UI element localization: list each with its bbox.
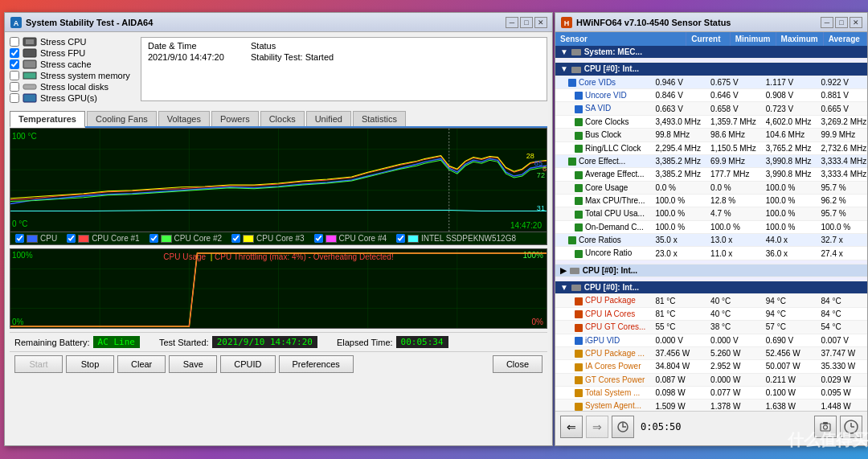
tab-unified[interactable]: Unified (306, 111, 351, 126)
sensor-current: 35.0 x (650, 234, 706, 247)
stress-cache-checkbox[interactable] (10, 59, 19, 69)
expand-icon[interactable]: ▼ (560, 283, 571, 292)
start-button[interactable]: Start (14, 355, 63, 373)
sensor-maximum: 3,990.8 MHz (761, 154, 817, 167)
nav-back-button[interactable]: ⇐ (560, 416, 583, 438)
section-label: CPU [#0]: Int... (584, 283, 639, 292)
svg-rect-57 (575, 363, 583, 371)
table-header-row: Sensor Current Minimum Maximum Average (555, 32, 867, 46)
svg-rect-55 (575, 337, 583, 345)
minimize-button[interactable]: ─ (506, 17, 518, 28)
sensor-average: 1.448 W (817, 400, 868, 411)
sensor-minimum: 0.077 W (706, 386, 761, 399)
table-row: SA VID 0.663 V 0.658 V 0.723 V 0.665 V (555, 102, 867, 115)
sensor-minimum: 2.952 W (706, 360, 761, 373)
section-label: System: MEC... (584, 47, 642, 56)
table-row: Core VIDs 0.946 V 0.675 V 1.117 V 0.922 … (555, 76, 867, 88)
save-button[interactable]: Save (169, 355, 217, 373)
test-started-item: Test Started: 2021/9/10 14:47:20 (159, 336, 317, 348)
svg-rect-58 (575, 376, 583, 384)
sensor-current: 81 °C (650, 294, 706, 307)
stress-cpu-checkbox[interactable] (10, 37, 19, 47)
fpu-icon (23, 48, 37, 58)
table-row: On-Demand C... 100.0 % 100.0 % 100.0 % 1… (555, 220, 867, 233)
table-row: Core Clocks 3,493.0 MHz 1,359.7 MHz 4,60… (555, 115, 867, 128)
sensor-average: 99.9 MHz (817, 129, 868, 141)
stop-button[interactable]: Stop (66, 355, 114, 373)
sensor-minimum: 4.7 % (706, 207, 761, 220)
expand-icon-collapsed[interactable]: ▶ (560, 266, 569, 275)
svg-rect-52 (575, 297, 583, 305)
sensor-name: Total System ... (555, 386, 650, 399)
legend-core3-color (243, 235, 254, 243)
collapsed-section[interactable]: ▶ CPU [#0]: Int... (555, 264, 867, 277)
sensor-maximum: 0.908 V (761, 89, 817, 102)
svg-rect-67 (823, 422, 828, 424)
tab-clocks[interactable]: Clocks (260, 111, 305, 126)
svg-rect-45 (575, 197, 583, 205)
tab-voltages[interactable]: Voltages (158, 111, 210, 126)
remaining-battery-item: Remaining Battery: AC Line (14, 336, 140, 348)
svg-text:A: A (14, 19, 19, 27)
status-value: Stability Test: Started (251, 52, 540, 62)
stress-fpu-checkbox[interactable] (10, 48, 19, 58)
table-row: iGPU VID 0.000 V 0.000 V 0.690 V 0.007 V (555, 334, 867, 346)
expand-icon[interactable]: ▼ (560, 64, 571, 73)
maximize-button[interactable]: □ (520, 17, 533, 28)
sensor-name: SA VID (555, 102, 650, 115)
collapsed-label: CPU [#0]: Int... (583, 266, 637, 275)
sensor-average: 84 °C (817, 294, 868, 307)
sensor-maximum: 0.723 V (761, 102, 817, 115)
cpuid-button[interactable]: CPUID (220, 355, 275, 373)
sensor-maximum: 100.0 % (761, 207, 817, 220)
nav-forward-button[interactable]: ⇒ (586, 416, 608, 438)
sensor-average: 35.330 W (817, 360, 868, 373)
reset-button[interactable] (612, 416, 634, 438)
sensor-name: System Agent... (555, 400, 650, 411)
sensor-name: Ring/LLC Clock (555, 141, 650, 154)
elapsed-time-label: Elapsed Time: (337, 338, 393, 347)
sensor-minimum: 5.260 W (706, 346, 761, 359)
hwinfo-maximize-button[interactable]: □ (835, 17, 848, 28)
table-row: Core Usage 0.0 % 0.0 % 100.0 % 95.7 % (555, 181, 867, 194)
hwinfo-title-text: HWiNFO64 v7.10-4540 Sensor Status (576, 18, 817, 27)
clear-button[interactable]: Clear (117, 355, 166, 373)
legend-cpu-label: CPU (40, 234, 57, 243)
sensor-name: Core Ratios (555, 234, 650, 247)
date-time-value: 2021/9/10 14:47:20 (148, 52, 244, 62)
expand-icon[interactable]: ▼ (560, 47, 571, 56)
stress-gpu-checkbox[interactable] (10, 93, 19, 103)
stress-memory-item: Stress system memory (10, 71, 134, 80)
table-row: Total System ... 0.098 W 0.077 W 0.100 W… (555, 386, 867, 399)
col-maximum: Maximum (776, 32, 823, 46)
svg-rect-7 (23, 84, 36, 89)
sensor-table-body: ▼ System: MEC... ▼ CPU [#0]: Int... Core… (555, 46, 867, 411)
hwinfo-close-button[interactable]: ✕ (850, 17, 862, 28)
svg-rect-4 (23, 49, 36, 57)
sensor-average: 0.922 V (817, 76, 868, 88)
stress-memory-checkbox[interactable] (10, 71, 19, 80)
sensor-average: 0.665 V (817, 102, 868, 115)
close-button[interactable]: Close (493, 355, 542, 373)
sensor-name: Core VIDs (555, 76, 650, 88)
sensor-current: 0.663 V (650, 102, 706, 115)
close-window-button[interactable]: ✕ (534, 17, 547, 28)
legend-core2: CPU Core #2 (149, 234, 222, 243)
svg-rect-46 (575, 211, 583, 219)
test-started-label: Test Started: (159, 338, 209, 347)
sensor-average: 2,732.6 MHz (817, 141, 868, 154)
sensor-minimum: 38 °C (706, 321, 761, 334)
sensor-scroll-area[interactable]: ▼ System: MEC... ▼ CPU [#0]: Int... Core… (555, 46, 867, 411)
tab-cooling-fans[interactable]: Cooling Fans (87, 111, 157, 126)
hwinfo-minimize-button[interactable]: ─ (821, 17, 833, 28)
tab-statistics[interactable]: Statistics (353, 111, 406, 126)
preferences-button[interactable]: Preferences (279, 355, 354, 373)
stress-disk-checkbox[interactable] (10, 82, 19, 92)
tab-temperatures[interactable]: Temperatures (10, 111, 85, 128)
svg-rect-8 (23, 94, 36, 102)
svg-text:31: 31 (537, 205, 545, 213)
sensor-average: 0.007 V (817, 334, 868, 346)
tab-powers[interactable]: Powers (211, 111, 259, 126)
legend-ssd-label: INTEL SSDPEKNW512G8 (421, 234, 516, 243)
aida-content-area: Stress CPU Stress FPU Stress cache (5, 32, 552, 381)
